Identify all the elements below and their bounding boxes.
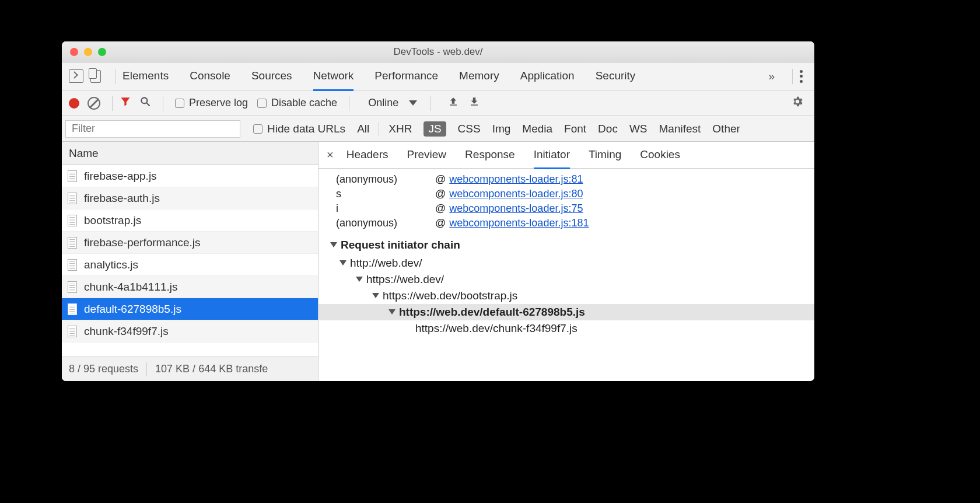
request-row[interactable]: chunk-f34f99f7.js [62,320,318,343]
request-count: 8 / 95 requests [69,363,138,375]
download-har-icon[interactable] [469,96,480,110]
request-row[interactable]: firebase-app.js [62,165,318,187]
settings-icon[interactable] [791,95,804,111]
chain-row[interactable]: https://web.dev/ [318,271,814,288]
triangle-down-icon[interactable] [330,242,337,247]
chain-url: https://web.dev/chunk-f34f99f7.js [415,322,578,334]
separator [115,69,116,84]
hide-data-urls-checkbox[interactable] [253,124,262,134]
close-detail-icon[interactable]: × [327,148,334,162]
tab-security[interactable]: Security [596,62,636,90]
throttling-value: Online [368,97,398,109]
callstack-row: (anonymous)@webcomponents-loader.js:181 [318,216,814,230]
search-icon[interactable] [139,96,151,110]
filter-type-media[interactable]: Media [522,123,552,135]
request-row[interactable]: firebase-auth.js [62,187,318,209]
request-list-panel: Name firebase-app.jsfirebase-auth.jsboot… [62,142,318,381]
request-name: firebase-auth.js [84,192,160,205]
filter-type-js[interactable]: JS [424,121,446,137]
chain-row[interactable]: https://web.dev/default-627898b5.js [318,304,814,320]
callstack-row: s@webcomponents-loader.js:80 [318,187,814,201]
request-name: default-627898b5.js [84,303,181,316]
disable-cache-label: Disable cache [271,97,337,109]
filter-bar: Hide data URLs AllXHRJSCSSImgMediaFontDo… [62,116,814,142]
tab-memory[interactable]: Memory [459,62,499,90]
detail-tab-timing[interactable]: Timing [589,142,621,169]
chain-url: https://web.dev/bootstrap.js [383,289,517,302]
filter-input[interactable] [65,120,240,138]
filter-type-ws[interactable]: WS [629,123,648,135]
detail-tab-initiator[interactable]: Initiator [534,142,570,169]
filter-type-other[interactable]: Other [712,123,740,135]
transfer-size: 107 KB / 644 KB transfe [155,363,268,375]
tab-console[interactable]: Console [190,62,230,90]
callstack-location: @webcomponents-loader.js:181 [435,217,589,229]
callstack-location: @webcomponents-loader.js:80 [435,188,583,200]
chain-url: http://web.dev/ [350,257,422,269]
tab-elements[interactable]: Elements [123,62,169,90]
chain-header: Request initiator chain [318,230,814,255]
separator [430,96,430,111]
callstack-link[interactable]: webcomponents-loader.js:80 [449,188,583,200]
tab-performance[interactable]: Performance [374,62,438,90]
tab-sources[interactable]: Sources [251,62,292,90]
triangle-down-icon [372,293,379,298]
separator [792,69,793,84]
device-toggle-icon[interactable] [90,70,101,83]
filter-type-doc[interactable]: Doc [598,123,618,135]
request-name: firebase-performance.js [84,236,201,249]
chain-url: https://web.dev/default-627898b5.js [399,306,585,318]
request-list: firebase-app.jsfirebase-auth.jsbootstrap… [62,165,318,357]
callstack-function: (anonymous) [336,217,435,229]
inspect-icon[interactable] [69,69,83,83]
separator [112,96,113,111]
tab-network[interactable]: Network [313,62,354,91]
chain-row[interactable]: https://web.dev/bootstrap.js [318,288,814,304]
callstack-link[interactable]: webcomponents-loader.js:181 [449,217,589,229]
callstack-link[interactable]: webcomponents-loader.js:75 [449,202,583,214]
filter-type-font[interactable]: Font [564,123,586,135]
column-header-name[interactable]: Name [62,142,318,165]
detail-tab-headers[interactable]: Headers [346,142,388,169]
record-icon[interactable] [69,98,79,109]
throttling-select[interactable]: Online [362,97,423,109]
filter-type-css[interactable]: CSS [458,123,481,135]
callstack-link[interactable]: webcomponents-loader.js:81 [449,173,583,185]
svg-point-0 [141,97,147,103]
request-row[interactable]: chunk-4a1b4111.js [62,276,318,298]
request-row[interactable]: analytics.js [62,254,318,276]
detail-tab-response[interactable]: Response [465,142,515,169]
request-detail-panel: × HeadersPreviewResponseInitiatorTimingC… [318,142,814,381]
request-row[interactable]: firebase-performance.js [62,232,318,254]
disable-cache-checkbox[interactable] [257,99,267,108]
more-tabs-icon[interactable]: » [768,70,775,83]
chain-row[interactable]: http://web.dev/ [318,255,814,271]
filter-icon[interactable] [120,96,131,110]
request-row[interactable]: default-627898b5.js [62,298,318,320]
svg-rect-2 [450,104,457,106]
upload-har-icon[interactable] [448,96,459,110]
document-icon [68,303,77,315]
request-name: firebase-app.js [84,170,157,183]
filter-type-xhr[interactable]: XHR [388,123,412,135]
document-icon [68,170,77,182]
detail-tab-preview[interactable]: Preview [407,142,447,169]
window-title: DevTools - web.dev/ [62,46,814,58]
chain-url: https://web.dev/ [366,273,444,285]
initiator-detail: (anonymous)@webcomponents-loader.js:81s@… [318,169,814,381]
chain-row[interactable]: https://web.dev/chunk-f34f99f7.js [318,320,814,337]
filter-type-img[interactable]: Img [492,123,511,135]
request-name: chunk-4a1b4111.js [84,281,178,294]
filter-type-all[interactable]: All [357,123,369,135]
detail-tab-cookies[interactable]: Cookies [640,142,680,169]
request-row[interactable]: bootstrap.js [62,209,318,232]
separator [349,96,349,111]
request-name: bootstrap.js [84,214,141,227]
tab-application[interactable]: Application [520,62,575,90]
clear-icon[interactable] [88,97,100,110]
callstack-location: @webcomponents-loader.js:81 [435,173,583,186]
triangle-down-icon [340,260,346,266]
filter-type-manifest[interactable]: Manifest [659,123,701,135]
kebab-menu-icon[interactable] [800,70,803,83]
preserve-log-checkbox[interactable] [175,99,184,108]
